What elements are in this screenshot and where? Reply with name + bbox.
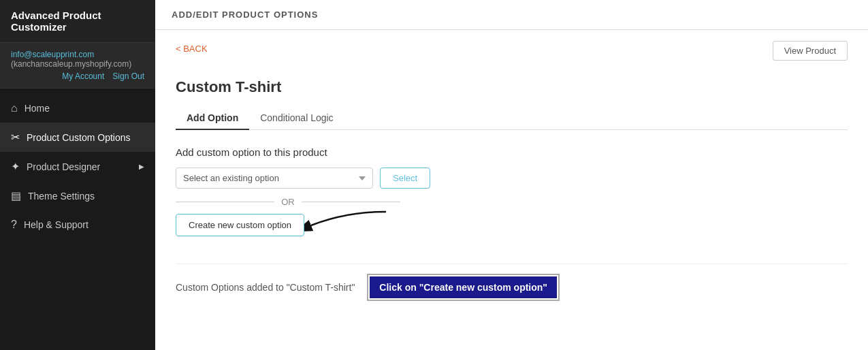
- help-icon: ?: [11, 219, 17, 231]
- section-label: Add custom option to this product: [176, 146, 848, 158]
- sidebar-item-label: Home: [25, 103, 50, 114]
- sidebar: Advanced Product Customizer info@scaleup…: [0, 0, 155, 350]
- sidebar-item-label: Help & Support: [24, 219, 89, 230]
- product-title: Custom T-shirt: [176, 78, 848, 96]
- sidebar-item-product-designer[interactable]: ✦ Product Designer ▶: [0, 152, 155, 181]
- account-shop: (kanchanscaleup.myshopify.com): [11, 59, 131, 69]
- account-email[interactable]: info@scaleupprint.com: [11, 50, 144, 59]
- sidebar-nav: ⌂ Home ✂ Product Custom Options ✦ Produc…: [0, 89, 155, 350]
- sidebar-item-help-support[interactable]: ? Help & Support: [0, 210, 155, 239]
- existing-option-dropdown[interactable]: Select an existing option: [176, 168, 373, 189]
- sidebar-title: Advanced Product Customizer: [0, 0, 155, 43]
- sidebar-item-product-custom-options[interactable]: ✂ Product Custom Options: [0, 123, 155, 152]
- view-product-button[interactable]: View Product: [773, 41, 848, 61]
- main-area: ADD/EDIT PRODUCT OPTIONS < BACK View Pro…: [155, 0, 868, 350]
- tab-add-option[interactable]: Add Option: [176, 107, 249, 130]
- create-new-option-button[interactable]: Create new custom option: [176, 214, 304, 236]
- scissors-icon: ✂: [11, 131, 20, 144]
- or-line-right: [302, 202, 400, 202]
- select-option-row: Select an existing option Select: [176, 168, 848, 189]
- bottom-section: Custom Options added to "Custom T-shirt"…: [176, 264, 848, 300]
- theme-icon: ▤: [11, 189, 21, 202]
- designer-icon: ✦: [11, 160, 20, 173]
- tab-conditional-logic[interactable]: Conditional Logic: [249, 107, 344, 130]
- callout-box: Click on "Create new custom option": [368, 275, 558, 300]
- bottom-label: Custom Options added to "Custom T-shirt": [176, 282, 355, 293]
- sidebar-item-label: Theme Settings: [28, 191, 95, 202]
- main-body: < BACK View Product Custom T-shirt Add O…: [155, 30, 868, 350]
- sidebar-item-label: Product Custom Options: [27, 132, 131, 143]
- or-line-left: [176, 202, 274, 202]
- back-link[interactable]: < BACK: [176, 44, 208, 54]
- select-button[interactable]: Select: [380, 168, 430, 189]
- my-account-link[interactable]: My Account: [62, 71, 104, 81]
- chevron-right-icon: ▶: [139, 163, 144, 170]
- home-icon: ⌂: [11, 102, 18, 114]
- sidebar-item-theme-settings[interactable]: ▤ Theme Settings: [0, 181, 155, 210]
- content-area: < BACK View Product Custom T-shirt Add O…: [155, 30, 868, 350]
- sign-out-link[interactable]: Sign Out: [112, 71, 144, 81]
- main-header: ADD/EDIT PRODUCT OPTIONS: [155, 0, 868, 30]
- sidebar-item-label: Product Designer: [27, 161, 100, 172]
- sidebar-item-home[interactable]: ⌂ Home: [0, 94, 155, 123]
- or-label: OR: [281, 197, 295, 207]
- tabs: Add Option Conditional Logic: [176, 107, 848, 130]
- arrow-annotation: [304, 205, 393, 246]
- sidebar-account: info@scaleupprint.com (kanchanscaleup.my…: [0, 43, 155, 89]
- page-title: ADD/EDIT PRODUCT OPTIONS: [172, 10, 318, 20]
